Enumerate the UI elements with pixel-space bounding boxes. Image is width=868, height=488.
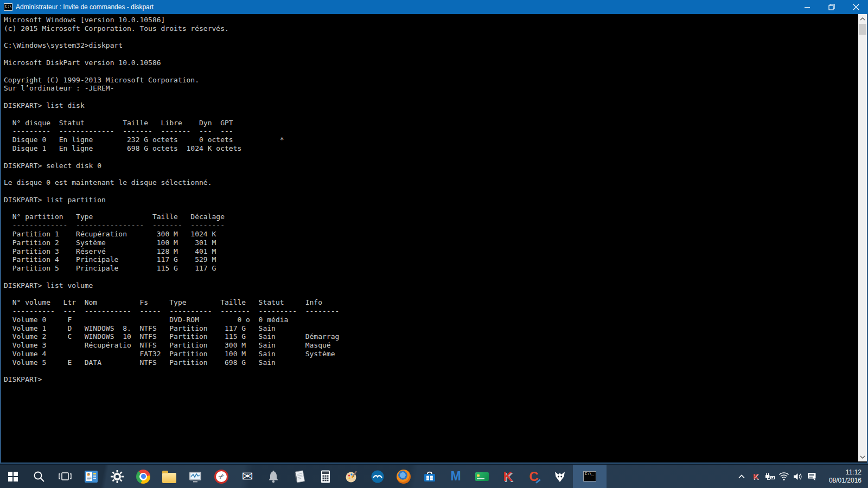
close-button[interactable]	[844, 0, 868, 14]
calculator-icon	[318, 470, 333, 484]
console-area[interactable]: Microsoft Windows [version 10.0.10586] (…	[0, 14, 868, 464]
hidden-icons-button[interactable]	[735, 465, 749, 488]
kaspersky-icon: K	[503, 470, 512, 483]
taskbar-item-foobar2000[interactable]	[547, 465, 573, 488]
task-view-button[interactable]	[52, 465, 78, 488]
taskbar-item-ccleaner[interactable]: C	[521, 465, 547, 488]
mail-icon: ✉	[242, 470, 253, 483]
taskbar-item-chrome[interactable]	[130, 465, 156, 488]
taskbar: ✂ ✉	[0, 465, 868, 488]
clock-time: 11:12	[824, 468, 861, 477]
bell-icon	[267, 470, 280, 484]
task-view-icon	[58, 470, 72, 483]
taskbar-clock[interactable]: 11:12 08/01/2016	[824, 468, 861, 485]
malwarebytes-icon: M	[450, 470, 461, 483]
ccleaner-icon: C	[529, 470, 538, 483]
taskbar-item-snipping-app[interactable]: ✂	[208, 465, 234, 488]
chevron-down-icon	[860, 455, 865, 459]
taskbar-item-kaspersky[interactable]: K	[495, 465, 521, 488]
firefox-icon	[397, 470, 411, 484]
taskbar-item-system-monitor[interactable]	[182, 465, 208, 488]
calculator-button[interactable]	[312, 465, 339, 488]
chrome-icon	[136, 470, 150, 484]
taskbar-item-notes-app[interactable]	[286, 465, 312, 488]
minimize-icon	[804, 4, 810, 10]
file-explorer-button[interactable]	[156, 465, 182, 488]
taskbar-search-button[interactable]	[26, 465, 52, 488]
settings-button[interactable]	[104, 465, 130, 488]
taskbar-item-malwarebytes[interactable]: M	[443, 465, 469, 488]
tray-volume-button[interactable]	[791, 465, 805, 488]
store-button[interactable]	[417, 465, 443, 488]
openoffice-icon	[371, 470, 385, 484]
folder-icon	[162, 473, 176, 483]
terminal-text: Microsoft Windows [version 10.0.10586] (…	[1, 14, 867, 384]
search-icon	[33, 470, 46, 483]
title-bar[interactable]: C:\. Administrateur : Invite de commande…	[0, 0, 868, 14]
taskbar-buttons: ✂ ✉	[0, 465, 735, 488]
wifi-icon	[778, 472, 789, 481]
taskbar-item-openoffice[interactable]	[365, 465, 391, 488]
close-icon	[853, 4, 859, 10]
scissors-icon: ✂	[214, 470, 228, 484]
scroll-down-button[interactable]	[858, 452, 867, 461]
scrollbar[interactable]	[858, 14, 867, 461]
restore-icon	[828, 4, 835, 10]
command-prompt-icon-text: C:\_	[585, 472, 594, 476]
taskbar-item-command-prompt[interactable]: C:\_	[573, 465, 607, 488]
cmd-icon-text: C:\.	[5, 4, 12, 9]
caption-buttons	[795, 0, 868, 14]
scroll-up-button[interactable]	[858, 14, 867, 23]
command-prompt-icon: C:\_	[583, 471, 596, 481]
taskbar-item-finance-app[interactable]	[78, 465, 104, 488]
store-bag-icon	[423, 470, 437, 484]
foobar2000-icon	[553, 470, 567, 484]
bank-card-icon	[475, 472, 489, 481]
cmd-icon: C:\.	[4, 3, 12, 11]
system-monitor-icon	[188, 470, 202, 484]
restore-button[interactable]	[819, 0, 844, 14]
windows-logo-icon	[8, 472, 18, 481]
scrollbar-thumb[interactable]	[859, 24, 866, 35]
speaker-icon	[793, 472, 803, 481]
chevron-up-icon	[860, 17, 865, 21]
taskbar-item-bell-app[interactable]	[260, 465, 286, 488]
taskbar-item-paint[interactable]	[339, 465, 365, 488]
finance-app-icon	[84, 470, 98, 484]
system-tray: K	[735, 465, 868, 488]
gear-icon	[110, 470, 124, 484]
window-title: Administrateur : Invite de commandes - d…	[16, 3, 795, 11]
kaspersky-tray-icon: K	[753, 473, 758, 480]
paint-palette-icon	[344, 470, 359, 484]
tray-power-button[interactable]	[763, 465, 777, 488]
taskbar-item-bank-card-app[interactable]	[469, 465, 495, 488]
power-plug-icon	[764, 472, 776, 481]
minimize-button[interactable]	[795, 0, 819, 14]
cmd-window: C:\. Administrateur : Invite de commande…	[0, 0, 868, 465]
start-button[interactable]	[0, 465, 26, 488]
taskbar-item-firefox[interactable]	[391, 465, 417, 488]
tray-kaspersky-icon[interactable]: K	[749, 465, 763, 488]
chevron-up-icon	[738, 473, 745, 480]
taskbar-item-mail[interactable]: ✉	[234, 465, 260, 488]
action-center-button[interactable]	[805, 465, 819, 488]
notebook-icon	[292, 470, 307, 484]
action-center-icon	[807, 472, 818, 481]
clock-date: 08/01/2016	[824, 477, 861, 485]
tray-wifi-button[interactable]	[777, 465, 791, 488]
